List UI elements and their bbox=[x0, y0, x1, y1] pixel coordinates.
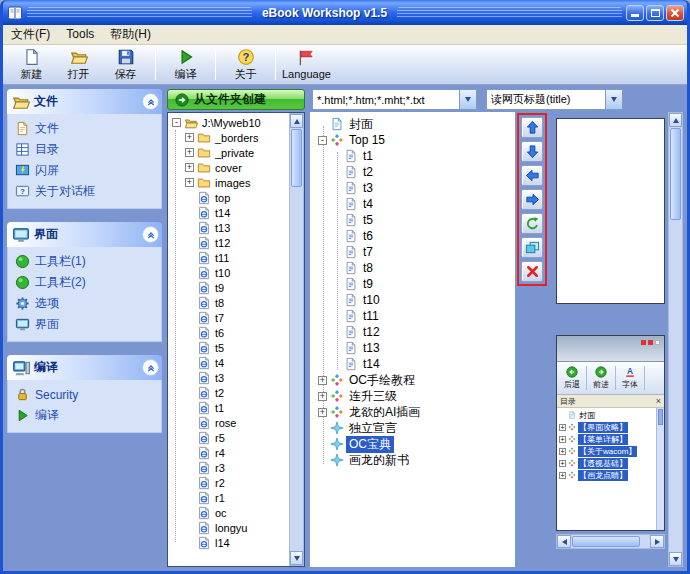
content-tree-item[interactable]: t12 bbox=[318, 324, 515, 340]
file-tree-file[interactable]: r1 bbox=[171, 490, 289, 505]
minimize-button[interactable] bbox=[626, 5, 644, 21]
scroll-thumb[interactable] bbox=[670, 128, 681, 220]
file-tree-folder[interactable]: +_borders bbox=[171, 130, 289, 145]
file-tree-file[interactable]: r4 bbox=[171, 445, 289, 460]
file-tree-file[interactable]: t13 bbox=[171, 220, 289, 235]
sidebar-item-compile[interactable]: 编译 bbox=[15, 407, 157, 424]
file-tree-file[interactable]: t3 bbox=[171, 370, 289, 385]
expander-plus-icon[interactable]: + bbox=[318, 376, 327, 385]
content-tree-item[interactable]: +连升三级 bbox=[318, 388, 515, 404]
file-tree-root[interactable]: -J:\Myweb10 bbox=[171, 115, 289, 130]
sidebar-item-splash[interactable]: 闪屏 bbox=[15, 162, 157, 179]
content-tree-item[interactable]: t6 bbox=[318, 228, 515, 244]
collapse-button[interactable] bbox=[142, 359, 159, 376]
file-tree-file[interactable]: t1 bbox=[171, 400, 289, 415]
collapse-button[interactable] bbox=[142, 226, 159, 243]
content-tree-item[interactable]: +OC手绘教程 bbox=[318, 372, 515, 388]
content-tree-item[interactable]: t9 bbox=[318, 276, 515, 292]
move-up-button[interactable] bbox=[521, 117, 543, 138]
preview-hscrollbar[interactable] bbox=[556, 534, 665, 549]
title-mode-combo[interactable]: 读网页标题(title) bbox=[486, 89, 623, 110]
file-tree-file[interactable]: r3 bbox=[171, 460, 289, 475]
move-right-button[interactable] bbox=[521, 189, 543, 210]
merge-button[interactable] bbox=[521, 237, 543, 258]
file-tree-file[interactable]: t2 bbox=[171, 385, 289, 400]
file-tree-file[interactable]: r5 bbox=[171, 430, 289, 445]
file-tree-folder[interactable]: +_private bbox=[171, 145, 289, 160]
sidebar-section-file-header[interactable]: 文件 bbox=[7, 89, 162, 114]
file-tree-file[interactable]: r2 bbox=[171, 475, 289, 490]
sidebar-item-toc[interactable]: 目录 bbox=[15, 141, 157, 158]
content-tree-item[interactable]: t7 bbox=[318, 244, 515, 260]
sidebar-item-toolbar-1[interactable]: 工具栏(1) bbox=[15, 253, 157, 270]
menu-tools[interactable]: Tools bbox=[58, 25, 102, 44]
sidebar-item-security[interactable]: Security bbox=[15, 386, 157, 403]
title-bar[interactable]: eBook Workshop v1.5 bbox=[3, 0, 687, 25]
content-tree-item[interactable]: -Top 15 bbox=[318, 132, 515, 148]
file-types-combo[interactable]: *.html;*.htm;*.mht;*.txt bbox=[312, 89, 477, 110]
toolbar-language-button[interactable]: Language bbox=[282, 47, 331, 83]
toolbar-save-button[interactable]: 保存 bbox=[102, 47, 149, 83]
file-tree-folder[interactable]: +images bbox=[171, 175, 289, 190]
content-tree-item[interactable]: t3 bbox=[318, 180, 515, 196]
file-types-dropdown-button[interactable] bbox=[459, 90, 476, 109]
content-tree-item[interactable]: t10 bbox=[318, 292, 515, 308]
content-tree-item[interactable]: t14 bbox=[318, 356, 515, 372]
expander-plus-icon[interactable]: + bbox=[185, 148, 194, 157]
scroll-down-button[interactable] bbox=[669, 552, 682, 566]
toolbar-new-button[interactable]: 新建 bbox=[8, 47, 55, 83]
content-tree-item[interactable]: 画龙的新书 bbox=[318, 452, 515, 468]
content-tree-item[interactable]: t2 bbox=[318, 164, 515, 180]
scroll-thumb[interactable] bbox=[291, 129, 302, 187]
file-tree-file[interactable]: t4 bbox=[171, 355, 289, 370]
expander-plus-icon[interactable]: + bbox=[318, 408, 327, 417]
scroll-right-button[interactable] bbox=[650, 535, 664, 548]
sidebar-item-options[interactable]: 选项 bbox=[15, 295, 157, 312]
move-down-button[interactable] bbox=[521, 141, 543, 162]
expander-plus-icon[interactable]: + bbox=[185, 163, 194, 172]
menu-file[interactable]: 文件(F) bbox=[3, 24, 58, 46]
mini-scroll-thumb[interactable] bbox=[658, 409, 663, 425]
file-tree-file[interactable]: t6 bbox=[171, 325, 289, 340]
file-tree-file[interactable]: t11 bbox=[171, 250, 289, 265]
content-tree-item[interactable]: 封面 bbox=[318, 116, 515, 132]
scroll-track[interactable] bbox=[669, 127, 682, 552]
expander-plus-icon[interactable]: + bbox=[185, 178, 194, 187]
file-tree-file[interactable]: t7 bbox=[171, 310, 289, 325]
scroll-left-button[interactable] bbox=[557, 535, 571, 548]
file-tree-scrollbar[interactable] bbox=[289, 113, 304, 566]
sidebar-section-interface-header[interactable]: 界面 bbox=[7, 222, 162, 247]
close-button[interactable] bbox=[666, 5, 684, 21]
mini-toc-tab[interactable]: 目录 bbox=[560, 396, 656, 407]
expander-minus-icon[interactable]: - bbox=[172, 118, 181, 127]
file-tree-file[interactable]: longyu bbox=[171, 520, 289, 535]
refresh-button[interactable] bbox=[521, 213, 543, 234]
scroll-track[interactable] bbox=[571, 535, 650, 548]
file-tree-file[interactable]: t9 bbox=[171, 280, 289, 295]
scroll-up-button[interactable] bbox=[290, 114, 303, 128]
scroll-thumb[interactable] bbox=[572, 536, 640, 547]
expander-plus-icon[interactable]: + bbox=[318, 392, 327, 401]
content-tree-item[interactable]: 独立宣言 bbox=[318, 420, 515, 436]
collapse-button[interactable] bbox=[142, 93, 159, 110]
title-mode-dropdown-button[interactable] bbox=[605, 90, 622, 109]
toolbar-about-button[interactable]: ?关于 bbox=[222, 47, 269, 83]
file-tree-file[interactable]: t5 bbox=[171, 340, 289, 355]
toolbar-open-button[interactable]: 打开 bbox=[55, 47, 102, 83]
file-tree-file[interactable]: t10 bbox=[171, 265, 289, 280]
content-tree-item[interactable]: +龙欲的AI插画 bbox=[318, 404, 515, 420]
sidebar-section-compile-header[interactable]: 编译 bbox=[7, 355, 162, 380]
sidebar-item-interface[interactable]: 界面 bbox=[15, 316, 157, 333]
file-tree-file[interactable]: rose bbox=[171, 415, 289, 430]
scroll-track[interactable] bbox=[290, 128, 303, 551]
file-tree-file[interactable]: oc bbox=[171, 505, 289, 520]
scroll-up-button[interactable] bbox=[669, 113, 682, 127]
file-tree-file[interactable]: t12 bbox=[171, 235, 289, 250]
sidebar-item-file[interactable]: 文件 bbox=[15, 120, 157, 137]
preview-vscrollbar[interactable] bbox=[668, 112, 683, 567]
file-tree-file[interactable]: l14 bbox=[171, 535, 289, 550]
delete-button[interactable] bbox=[521, 261, 543, 282]
scroll-down-button[interactable] bbox=[290, 551, 303, 565]
maximize-button[interactable] bbox=[646, 5, 664, 21]
menu-help[interactable]: 帮助(H) bbox=[102, 24, 159, 46]
